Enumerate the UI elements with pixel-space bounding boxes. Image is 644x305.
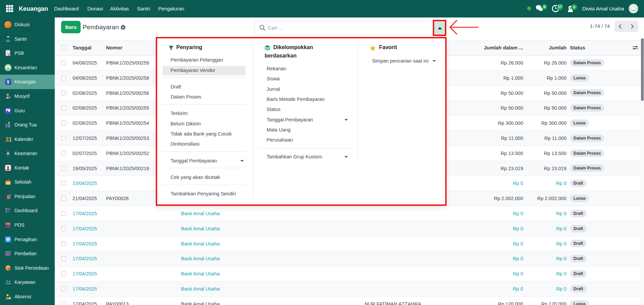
svg-text:3: 3 bbox=[5, 136, 9, 143]
svg-text:$: $ bbox=[7, 80, 9, 84]
svg-text:1: 1 bbox=[8, 136, 12, 143]
svg-text:$: $ bbox=[7, 237, 9, 241]
